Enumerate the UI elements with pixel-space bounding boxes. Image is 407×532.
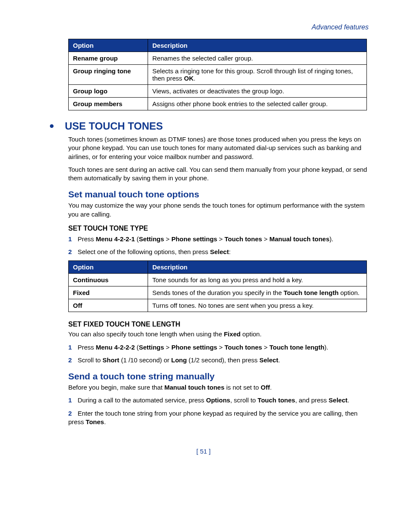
table-row: Off Turns off tones. No tones are sent w… bbox=[69, 299, 367, 312]
page: Advanced features Option Description Ren… bbox=[0, 0, 407, 472]
step-2: 2Select one of the following options, th… bbox=[68, 248, 369, 256]
table-row: Fixed Sends tones of the duration you sp… bbox=[69, 286, 367, 299]
step-1: 1Press Menu 4-2-2-2 (Settings > Phone se… bbox=[68, 343, 369, 352]
col-description: Description bbox=[148, 39, 367, 52]
paragraph: Before you begin, make sure that Manual … bbox=[68, 383, 369, 392]
table-row: Group members Assigns other phone book e… bbox=[69, 98, 367, 110]
col-description: Description bbox=[148, 261, 367, 274]
heading-set-fixed-length: SET FIXED TOUCH TONE LENGTH bbox=[68, 321, 369, 328]
heading-use-touch-tones: •USE TOUCH TONES bbox=[68, 119, 369, 133]
cell-option: Rename group bbox=[69, 52, 148, 65]
heading-set-touch-tone-type: SET TOUCH TONE TYPE bbox=[68, 225, 369, 232]
paragraph: Touch tones (sometimes known as DTMF ton… bbox=[68, 135, 369, 161]
table-row: Rename group Renames the selected caller… bbox=[69, 52, 367, 65]
table-row: Group logo Views, activates or deactivat… bbox=[69, 85, 367, 98]
paragraph: You may customize the way your phone sen… bbox=[68, 201, 369, 219]
cell-desc: Renames the selected caller group. bbox=[148, 52, 367, 65]
paragraph: Touch tones are sent during an active ca… bbox=[68, 165, 369, 183]
cell-desc: Assigns other phone book entries to the … bbox=[148, 98, 367, 110]
caller-group-table: Option Description Rename group Renames … bbox=[68, 39, 367, 110]
table-row: Continuous Tone sounds for as long as yo… bbox=[69, 274, 367, 286]
paragraph: You can also specify touch tone length w… bbox=[68, 330, 369, 338]
heading-send-string-manually: Send a touch tone string manually bbox=[68, 371, 369, 382]
cell-option: Group ringing tone bbox=[69, 65, 148, 85]
cell-desc: Turns off tones. No tones are sent when … bbox=[148, 299, 367, 312]
cell-desc: Tone sounds for as long as you press and… bbox=[148, 274, 367, 286]
cell-option: Continuous bbox=[69, 274, 148, 286]
col-option: Option bbox=[69, 261, 148, 274]
col-option: Option bbox=[69, 39, 148, 52]
cell-option: Fixed bbox=[69, 286, 148, 299]
table-header-row: Option Description bbox=[69, 39, 367, 52]
bullet-icon: • bbox=[49, 119, 65, 133]
table-header-row: Option Description bbox=[69, 261, 367, 274]
table-row: Group ringing tone Selects a ringing ton… bbox=[69, 65, 367, 85]
cell-option: Off bbox=[69, 299, 148, 312]
cell-option: Group members bbox=[69, 98, 148, 110]
cell-option: Group logo bbox=[69, 85, 148, 98]
cell-desc: Views, activates or deactivates the grou… bbox=[148, 85, 367, 98]
touch-tone-type-table: Option Description Continuous Tone sound… bbox=[68, 260, 367, 312]
cell-desc: Sends tones of the duration you specify … bbox=[148, 286, 367, 299]
header-section: Advanced features bbox=[38, 23, 369, 31]
step-1: 1Press Menu 4-2-2-1 (Settings > Phone se… bbox=[68, 235, 369, 243]
cell-desc: Selects a ringing tone for this group. S… bbox=[148, 65, 367, 85]
page-number: [ 51 ] bbox=[38, 448, 369, 455]
heading-set-manual-options: Set manual touch tone options bbox=[68, 189, 369, 200]
step-2: 2Scroll to Short (1 /10 second) or Long … bbox=[68, 356, 369, 364]
step-1: 1During a call to the automated service,… bbox=[68, 396, 369, 405]
step-2: 2Enter the touch tone string from your p… bbox=[68, 409, 369, 427]
